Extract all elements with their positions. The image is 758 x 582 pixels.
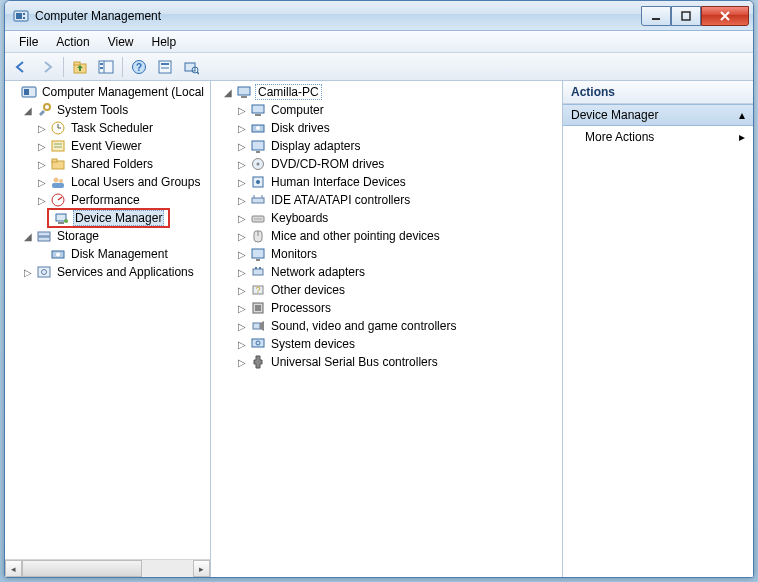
tools-icon (36, 102, 52, 118)
tree-event-viewer[interactable]: ▷ Event Viewer (7, 137, 210, 155)
device-category-icon (250, 318, 266, 334)
device-category-icon (250, 120, 266, 136)
expand-icon[interactable]: ▷ (235, 211, 249, 225)
console-tree: Computer Management (Local ◢ System Tool… (5, 81, 210, 283)
separator (63, 57, 64, 77)
scroll-thumb[interactable] (22, 560, 142, 577)
tree-label: Device Manager (73, 210, 164, 226)
up-button[interactable] (68, 56, 92, 78)
collapse-icon[interactable]: ◢ (21, 229, 35, 243)
expand-icon[interactable]: ▷ (35, 193, 49, 207)
back-button[interactable] (9, 56, 33, 78)
menu-help[interactable]: Help (144, 33, 185, 51)
tree-device-manager[interactable]: ▷ Device Manager (7, 209, 210, 227)
collapse-icon[interactable]: ◢ (221, 85, 235, 99)
actions-header: Actions (563, 81, 753, 104)
properties-button[interactable] (153, 56, 177, 78)
device-item[interactable]: ▷System devices (213, 335, 562, 353)
expand-icon[interactable]: ▷ (235, 301, 249, 315)
device-item[interactable]: ▷Monitors (213, 245, 562, 263)
device-item[interactable]: ▷Universal Serial Bus controllers (213, 353, 562, 371)
expand-icon[interactable]: ▷ (235, 283, 249, 297)
scroll-left-button[interactable]: ◂ (5, 560, 22, 577)
expand-icon[interactable]: ▷ (235, 229, 249, 243)
titlebar[interactable]: Computer Management (5, 1, 753, 31)
tree-root[interactable]: Computer Management (Local (7, 83, 210, 101)
device-category-icon (250, 156, 266, 172)
tree-shared-folders[interactable]: ▷ Shared Folders (7, 155, 210, 173)
performance-icon (50, 192, 66, 208)
svg-rect-70 (252, 339, 264, 347)
menu-view[interactable]: View (100, 33, 142, 51)
menu-file[interactable]: File (11, 33, 46, 51)
expand-icon[interactable]: ▷ (235, 157, 249, 171)
tree-label: Disk drives (269, 121, 332, 135)
expand-icon[interactable]: ▷ (35, 139, 49, 153)
expand-icon[interactable]: ▷ (235, 337, 249, 351)
tree-system-tools[interactable]: ◢ System Tools (7, 101, 210, 119)
forward-button[interactable] (35, 56, 59, 78)
expand-icon[interactable]: ▷ (235, 265, 249, 279)
device-category-icon (250, 264, 266, 280)
tree-label: Universal Serial Bus controllers (269, 355, 440, 369)
expand-icon[interactable]: ▷ (235, 247, 249, 261)
expand-icon[interactable]: ▷ (235, 319, 249, 333)
svg-rect-54 (252, 198, 264, 203)
console-tree-pane[interactable]: Computer Management (Local ◢ System Tool… (5, 81, 211, 577)
device-item[interactable]: ▷Human Interface Devices (213, 173, 562, 191)
computer-icon (236, 84, 252, 100)
tree-services-apps[interactable]: ▷ Services and Applications (7, 263, 210, 281)
expand-icon[interactable]: ▷ (235, 193, 249, 207)
tree-label: DVD/CD-ROM drives (269, 157, 386, 171)
device-item[interactable]: ▷?Other devices (213, 281, 562, 299)
maximize-button[interactable] (671, 6, 701, 26)
tree-task-scheduler[interactable]: ▷ Task Scheduler (7, 119, 210, 137)
scroll-right-button[interactable]: ▸ (193, 560, 210, 577)
expand-icon[interactable]: ▷ (35, 157, 49, 171)
device-root[interactable]: ◢ Camilla-PC (213, 83, 562, 101)
tree-storage[interactable]: ◢ Storage (7, 227, 210, 245)
tree-performance[interactable]: ▷ Performance (7, 191, 210, 209)
device-item[interactable]: ▷Keyboards (213, 209, 562, 227)
help-button[interactable]: ? (127, 56, 151, 78)
expand-icon[interactable]: ▷ (235, 139, 249, 153)
device-item[interactable]: ▷Computer (213, 101, 562, 119)
menu-action[interactable]: Action (48, 33, 97, 51)
scroll-track[interactable] (22, 560, 193, 577)
expand-icon[interactable]: ▷ (235, 103, 249, 117)
collapse-icon[interactable]: ◢ (21, 103, 35, 117)
device-item[interactable]: ▷DVD/CD-ROM drives (213, 155, 562, 173)
expand-icon[interactable]: ▷ (235, 121, 249, 135)
svg-rect-15 (161, 63, 169, 65)
minimize-button[interactable] (641, 6, 671, 26)
device-tree-pane[interactable]: ◢ Camilla-PC ▷Computer▷Disk drives▷Displ… (211, 81, 563, 577)
svg-point-29 (54, 178, 59, 183)
svg-rect-37 (38, 237, 50, 241)
expand-icon[interactable]: ▷ (21, 265, 35, 279)
device-item[interactable]: ▷Mice and other pointing devices (213, 227, 562, 245)
tree-disk-management[interactable]: ▷ Disk Management (7, 245, 210, 263)
actions-group[interactable]: Device Manager ▴ (563, 104, 753, 126)
device-category-icon (250, 246, 266, 262)
expand-icon[interactable]: ▷ (35, 121, 49, 135)
tree-label: Processors (269, 301, 333, 315)
device-item[interactable]: ▷Processors (213, 299, 562, 317)
horizontal-scrollbar[interactable]: ◂ ▸ (5, 559, 210, 577)
expand-icon[interactable]: ▷ (235, 175, 249, 189)
expand-icon[interactable]: ▷ (35, 175, 49, 189)
show-hide-tree-button[interactable] (94, 56, 118, 78)
device-item[interactable]: ▷Disk drives (213, 119, 562, 137)
close-button[interactable] (701, 6, 749, 26)
tree-local-users[interactable]: ▷ Local Users and Groups (7, 173, 210, 191)
device-item[interactable]: ▷Network adapters (213, 263, 562, 281)
device-item[interactable]: ▷Display adapters (213, 137, 562, 155)
device-item[interactable]: ▷IDE ATA/ATAPI controllers (213, 191, 562, 209)
window-buttons (641, 6, 749, 26)
tree-label: Mice and other pointing devices (269, 229, 442, 243)
scan-hardware-button[interactable] (179, 56, 203, 78)
actions-more[interactable]: More Actions ▸ (563, 126, 753, 148)
svg-rect-63 (255, 267, 257, 269)
svg-rect-31 (52, 183, 64, 188)
device-item[interactable]: ▷Sound, video and game controllers (213, 317, 562, 335)
expand-icon[interactable]: ▷ (235, 355, 249, 369)
